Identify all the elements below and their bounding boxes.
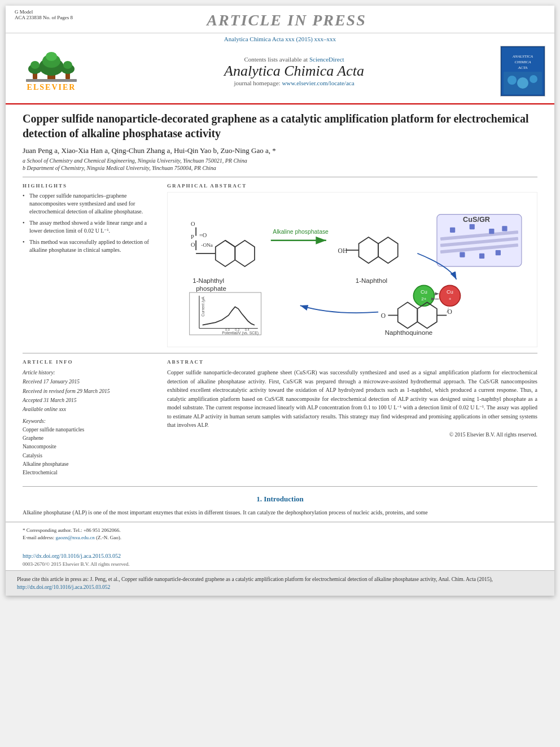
divider-2	[23, 353, 537, 353]
article-info-col: ARTICLE INFO Article history: Received 1…	[23, 359, 158, 477]
homepage-url-link[interactable]: www.elsevier.com/locate/aca	[282, 80, 354, 86]
svg-text:Cu: Cu	[421, 289, 427, 295]
affiliation-b: b Department of Chemistry, Ningxia Medic…	[23, 165, 537, 171]
article-in-press-banner: ARTICLE IN PRESS	[73, 9, 500, 32]
introduction-heading: 1. Introduction	[23, 495, 537, 504]
journal-cover-image: ANALYTICA CHIMICA ACTA	[500, 46, 545, 97]
highlight-item-1: The copper sulfide nanoparticles–graphen…	[23, 192, 158, 216]
contents-line: Contents lists available at ScienceDirec…	[88, 56, 500, 63]
svg-point-3	[46, 52, 57, 61]
svg-rect-46	[450, 228, 455, 233]
svg-text:O: O	[191, 242, 195, 248]
svg-point-6	[30, 61, 40, 69]
bottom-bar-text: Please cite this article in press as: J.…	[17, 576, 493, 582]
svg-point-57	[440, 285, 461, 306]
graphical-abstract-image: O P O =O -ONa 1-Naphthyl phosphate	[167, 192, 537, 347]
header-top: G Model ACA 233838 No. of Pages 8 ARTICL…	[6, 6, 554, 33]
svg-text:ACTA: ACTA	[518, 65, 528, 70]
article-info-abstract-row: ARTICLE INFO Article history: Received 1…	[23, 359, 537, 477]
svg-text:ANALYTICA: ANALYTICA	[512, 54, 533, 59]
journal-center: Contents lists available at ScienceDirec…	[88, 56, 500, 86]
elsevier-logo: ELSEVIER	[15, 51, 88, 92]
svg-text:0.2: 0.2	[235, 328, 239, 331]
svg-rect-50	[460, 252, 465, 257]
cover-svg: ANALYTICA CHIMICA ACTA	[501, 46, 545, 96]
divider-3	[23, 486, 537, 487]
abstract-label: ABSTRACT	[167, 359, 537, 365]
copyright-line: © 2015 Elsevier B.V. All rights reserved…	[167, 432, 537, 438]
svg-point-18	[517, 77, 528, 89]
journal-header: Analytica Chimica Acta xxx (2015) xxx–xx…	[6, 33, 554, 104]
graphical-abstract-svg: O P O =O -ONa 1-Naphthyl phosphate	[170, 195, 535, 344]
svg-rect-48	[489, 229, 494, 234]
svg-rect-49	[502, 226, 507, 231]
highlight-item-2: The assay method showed a wide linear ra…	[23, 219, 158, 235]
svg-text:O: O	[191, 221, 195, 227]
svg-text:0.0: 0.0	[225, 328, 230, 331]
affiliation-a: a School of Chemistry and Chemical Engin…	[23, 158, 537, 164]
svg-text:P: P	[191, 234, 194, 240]
email-line: E-mail address: gaozn@nxu.edu.cn (Z.-N. …	[23, 534, 537, 542]
svg-text:+: +	[449, 296, 452, 302]
svg-point-19	[530, 75, 537, 83]
abstract-col: ABSTRACT Copper sulfide nanoparticle-dec…	[167, 359, 537, 477]
svg-text:Current /μA: Current /μA	[201, 296, 205, 317]
introduction-section: 1. Introduction Alkaline phosphatase (AL…	[6, 495, 554, 517]
highlights-graphical-row: HIGHLIGHTS The copper sulfide nanopartic…	[23, 183, 537, 347]
svg-text:=O: =O	[199, 232, 207, 238]
keywords-label: Keywords:	[23, 418, 158, 424]
svg-text:Alkaline phosphatase: Alkaline phosphatase	[273, 229, 329, 235]
issn-line: 0003-2670/© 2015 Elsevier B.V. All right…	[6, 561, 554, 570]
keywords-list: Copper sulfide nanoparticles Graphene Na…	[23, 426, 158, 477]
graphical-abstract-label: GRAPHICAL ABSTRACT	[167, 183, 537, 189]
divider-1	[23, 177, 537, 177]
svg-rect-52	[496, 250, 501, 255]
svg-text:1-Naphthyl: 1-Naphthyl	[193, 277, 224, 284]
svg-text:0.4: 0.4	[245, 328, 250, 331]
sciencedirect-link[interactable]: ScienceDirect	[309, 56, 344, 63]
main-content: Copper sulfide nanoparticle-decorated gr…	[6, 104, 554, 486]
svg-point-9	[63, 61, 72, 69]
svg-text:phosphate: phosphate	[196, 285, 226, 292]
graphical-abstract-col: GRAPHICAL ABSTRACT	[167, 183, 537, 347]
svg-text:Cu: Cu	[447, 289, 453, 295]
g-model-info: G Model ACA 233838 No. of Pages 8	[15, 9, 73, 20]
article-history: Article history: Received 17 January 201…	[23, 368, 158, 414]
highlights-col: HIGHLIGHTS The copper sulfide nanopartic…	[23, 183, 158, 347]
journal-citation: Analytica Chimica Acta xxx (2015) xxx–xx…	[15, 33, 545, 46]
journal-main-row: ELSEVIER Contents lists available at Sci…	[15, 46, 545, 99]
svg-text:OH: OH	[338, 247, 348, 254]
svg-rect-51	[479, 254, 484, 259]
abstract-text: Copper sulfide nanoparticle-decorated gr…	[167, 368, 537, 430]
homepage-line: journal homepage: www.elsevier.com/locat…	[88, 80, 500, 86]
keywords-section: Keywords: Copper sulfide nanoparticles G…	[23, 418, 158, 477]
svg-point-54	[413, 285, 434, 306]
page: G Model ACA 233838 No. of Pages 8 ARTICL…	[6, 6, 554, 596]
g-model-label: G Model	[15, 9, 73, 15]
doi-line: http://dx.doi.org/10.1016/j.aca.2015.03.…	[6, 547, 554, 561]
svg-point-17	[508, 76, 517, 85]
bottom-bar-doi-link[interactable]: http://dx.doi.org/10.1016/j.aca.2015.03.…	[17, 584, 110, 590]
authors-line: Juan Peng a, Xiao-Xia Han a, Qing-Chun Z…	[23, 146, 537, 155]
article-title: Copper sulfide nanoparticle-decorated gr…	[23, 111, 537, 141]
svg-text:CuS/GR: CuS/GR	[463, 216, 490, 224]
svg-text:O: O	[381, 312, 386, 319]
aca-ref-label: ACA 233838 No. of Pages 8	[15, 15, 73, 20]
email-link[interactable]: gaozn@nxu.edu.cn	[55, 535, 94, 540]
article-info-label: ARTICLE INFO	[23, 359, 158, 365]
elsevier-tree-icon	[26, 51, 77, 82]
highlights-list: The copper sulfide nanoparticles–graphen…	[23, 192, 158, 254]
highlights-label: HIGHLIGHTS	[23, 183, 158, 189]
introduction-text: Alkaline phosphatase (ALP) is one of the…	[23, 508, 537, 517]
svg-text:Naphthoquinone: Naphthoquinone	[385, 329, 433, 336]
highlight-item-3: This method was successfully applied to …	[23, 238, 158, 254]
elsevier-label: ELSEVIER	[27, 83, 76, 92]
journal-name-title: Analytica Chimica Acta	[88, 63, 500, 80]
svg-rect-10	[26, 79, 77, 82]
footnote-section: * Corresponding author. Tel.: +86 951 20…	[6, 522, 554, 547]
doi-link[interactable]: http://dx.doi.org/10.1016/j.aca.2015.03.…	[23, 553, 121, 559]
svg-text:1-Naphthol: 1-Naphthol	[356, 277, 387, 284]
svg-text:2+: 2+	[421, 296, 426, 302]
corresponding-author: * Corresponding author. Tel.: +86 951 20…	[23, 527, 537, 535]
bottom-bar: Please cite this article in press as: J.…	[6, 570, 554, 596]
